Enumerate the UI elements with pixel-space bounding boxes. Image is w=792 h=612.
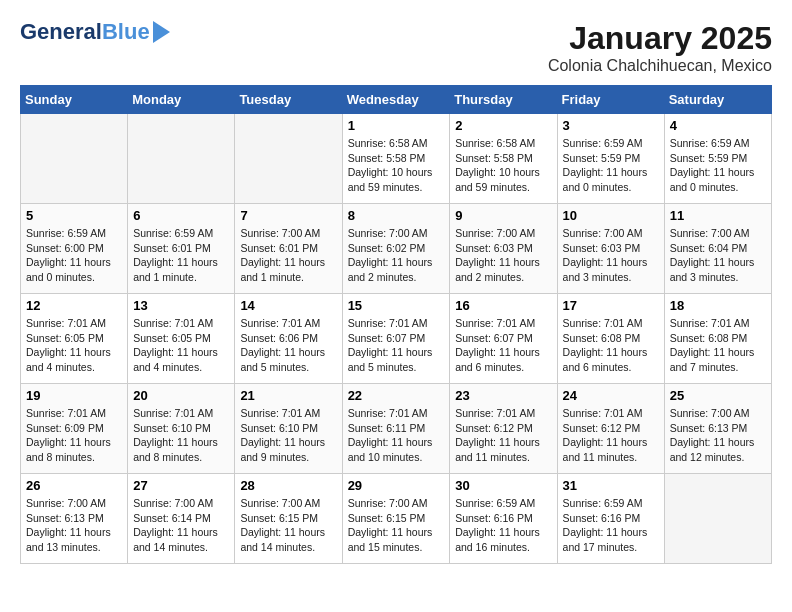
day-content: Sunrise: 7:01 AM Sunset: 6:06 PM Dayligh…: [240, 316, 336, 375]
day-content: Sunrise: 7:01 AM Sunset: 6:07 PM Dayligh…: [455, 316, 551, 375]
calendar-cell: 27Sunrise: 7:00 AM Sunset: 6:14 PM Dayli…: [128, 474, 235, 564]
day-number: 20: [133, 388, 229, 403]
calendar-cell: 5Sunrise: 6:59 AM Sunset: 6:00 PM Daylig…: [21, 204, 128, 294]
calendar-cell: 20Sunrise: 7:01 AM Sunset: 6:10 PM Dayli…: [128, 384, 235, 474]
calendar-cell: 3Sunrise: 6:59 AM Sunset: 5:59 PM Daylig…: [557, 114, 664, 204]
calendar-week-row: 1Sunrise: 6:58 AM Sunset: 5:58 PM Daylig…: [21, 114, 772, 204]
day-content: Sunrise: 6:58 AM Sunset: 5:58 PM Dayligh…: [348, 136, 445, 195]
calendar-cell: 15Sunrise: 7:01 AM Sunset: 6:07 PM Dayli…: [342, 294, 450, 384]
day-content: Sunrise: 7:00 AM Sunset: 6:13 PM Dayligh…: [670, 406, 766, 465]
day-number: 25: [670, 388, 766, 403]
day-number: 1: [348, 118, 445, 133]
calendar-cell: 29Sunrise: 7:00 AM Sunset: 6:15 PM Dayli…: [342, 474, 450, 564]
day-content: Sunrise: 7:00 AM Sunset: 6:04 PM Dayligh…: [670, 226, 766, 285]
logo: GeneralBlue: [20, 20, 170, 44]
logo-text: GeneralBlue: [20, 20, 150, 44]
day-content: Sunrise: 7:01 AM Sunset: 6:07 PM Dayligh…: [348, 316, 445, 375]
day-number: 14: [240, 298, 336, 313]
calendar-cell: 13Sunrise: 7:01 AM Sunset: 6:05 PM Dayli…: [128, 294, 235, 384]
day-content: Sunrise: 6:59 AM Sunset: 6:01 PM Dayligh…: [133, 226, 229, 285]
day-number: 29: [348, 478, 445, 493]
day-number: 16: [455, 298, 551, 313]
day-number: 5: [26, 208, 122, 223]
day-number: 27: [133, 478, 229, 493]
day-number: 2: [455, 118, 551, 133]
day-number: 19: [26, 388, 122, 403]
weekday-header: Tuesday: [235, 86, 342, 114]
day-number: 28: [240, 478, 336, 493]
calendar-cell: 30Sunrise: 6:59 AM Sunset: 6:16 PM Dayli…: [450, 474, 557, 564]
title-block: January 2025 Colonia Chalchihuecan, Mexi…: [548, 20, 772, 75]
day-number: 23: [455, 388, 551, 403]
day-number: 7: [240, 208, 336, 223]
logo-arrow-icon: [153, 21, 170, 43]
day-content: Sunrise: 6:58 AM Sunset: 5:58 PM Dayligh…: [455, 136, 551, 195]
day-content: Sunrise: 7:01 AM Sunset: 6:05 PM Dayligh…: [133, 316, 229, 375]
day-content: Sunrise: 7:00 AM Sunset: 6:14 PM Dayligh…: [133, 496, 229, 555]
day-content: Sunrise: 6:59 AM Sunset: 6:16 PM Dayligh…: [455, 496, 551, 555]
day-number: 31: [563, 478, 659, 493]
calendar-cell: 4Sunrise: 6:59 AM Sunset: 5:59 PM Daylig…: [664, 114, 771, 204]
day-content: Sunrise: 7:01 AM Sunset: 6:05 PM Dayligh…: [26, 316, 122, 375]
day-number: 15: [348, 298, 445, 313]
calendar-week-row: 12Sunrise: 7:01 AM Sunset: 6:05 PM Dayli…: [21, 294, 772, 384]
calendar-cell: 9Sunrise: 7:00 AM Sunset: 6:03 PM Daylig…: [450, 204, 557, 294]
location-subtitle: Colonia Chalchihuecan, Mexico: [548, 57, 772, 75]
day-content: Sunrise: 7:00 AM Sunset: 6:01 PM Dayligh…: [240, 226, 336, 285]
day-number: 21: [240, 388, 336, 403]
day-content: Sunrise: 7:00 AM Sunset: 6:03 PM Dayligh…: [563, 226, 659, 285]
day-number: 3: [563, 118, 659, 133]
day-number: 6: [133, 208, 229, 223]
calendar-week-row: 26Sunrise: 7:00 AM Sunset: 6:13 PM Dayli…: [21, 474, 772, 564]
day-number: 11: [670, 208, 766, 223]
calendar-week-row: 19Sunrise: 7:01 AM Sunset: 6:09 PM Dayli…: [21, 384, 772, 474]
day-content: Sunrise: 7:01 AM Sunset: 6:10 PM Dayligh…: [240, 406, 336, 465]
calendar-cell: 12Sunrise: 7:01 AM Sunset: 6:05 PM Dayli…: [21, 294, 128, 384]
day-number: 9: [455, 208, 551, 223]
weekday-header: Thursday: [450, 86, 557, 114]
day-content: Sunrise: 7:01 AM Sunset: 6:08 PM Dayligh…: [670, 316, 766, 375]
day-content: Sunrise: 7:00 AM Sunset: 6:03 PM Dayligh…: [455, 226, 551, 285]
calendar-cell: 18Sunrise: 7:01 AM Sunset: 6:08 PM Dayli…: [664, 294, 771, 384]
calendar-cell: 10Sunrise: 7:00 AM Sunset: 6:03 PM Dayli…: [557, 204, 664, 294]
weekday-header: Monday: [128, 86, 235, 114]
calendar-cell: 17Sunrise: 7:01 AM Sunset: 6:08 PM Dayli…: [557, 294, 664, 384]
day-number: 13: [133, 298, 229, 313]
day-number: 18: [670, 298, 766, 313]
day-content: Sunrise: 7:00 AM Sunset: 6:13 PM Dayligh…: [26, 496, 122, 555]
weekday-header: Wednesday: [342, 86, 450, 114]
day-content: Sunrise: 7:00 AM Sunset: 6:15 PM Dayligh…: [348, 496, 445, 555]
weekday-header: Saturday: [664, 86, 771, 114]
day-number: 30: [455, 478, 551, 493]
calendar-cell: 11Sunrise: 7:00 AM Sunset: 6:04 PM Dayli…: [664, 204, 771, 294]
day-number: 8: [348, 208, 445, 223]
weekday-header: Friday: [557, 86, 664, 114]
calendar-cell: 21Sunrise: 7:01 AM Sunset: 6:10 PM Dayli…: [235, 384, 342, 474]
calendar-cell: [235, 114, 342, 204]
page-header: GeneralBlue January 2025 Colonia Chalchi…: [20, 20, 772, 75]
calendar-cell: [21, 114, 128, 204]
day-number: 10: [563, 208, 659, 223]
calendar-cell: 8Sunrise: 7:00 AM Sunset: 6:02 PM Daylig…: [342, 204, 450, 294]
calendar-cell: 26Sunrise: 7:00 AM Sunset: 6:13 PM Dayli…: [21, 474, 128, 564]
day-number: 4: [670, 118, 766, 133]
calendar-cell: [664, 474, 771, 564]
day-content: Sunrise: 7:00 AM Sunset: 6:02 PM Dayligh…: [348, 226, 445, 285]
day-content: Sunrise: 6:59 AM Sunset: 6:00 PM Dayligh…: [26, 226, 122, 285]
day-content: Sunrise: 7:01 AM Sunset: 6:11 PM Dayligh…: [348, 406, 445, 465]
calendar-cell: 1Sunrise: 6:58 AM Sunset: 5:58 PM Daylig…: [342, 114, 450, 204]
calendar-cell: 23Sunrise: 7:01 AM Sunset: 6:12 PM Dayli…: [450, 384, 557, 474]
calendar-cell: 28Sunrise: 7:00 AM Sunset: 6:15 PM Dayli…: [235, 474, 342, 564]
calendar-cell: 14Sunrise: 7:01 AM Sunset: 6:06 PM Dayli…: [235, 294, 342, 384]
day-content: Sunrise: 7:01 AM Sunset: 6:12 PM Dayligh…: [455, 406, 551, 465]
day-number: 26: [26, 478, 122, 493]
day-content: Sunrise: 6:59 AM Sunset: 5:59 PM Dayligh…: [670, 136, 766, 195]
day-content: Sunrise: 7:01 AM Sunset: 6:10 PM Dayligh…: [133, 406, 229, 465]
calendar-cell: 24Sunrise: 7:01 AM Sunset: 6:12 PM Dayli…: [557, 384, 664, 474]
calendar-cell: 22Sunrise: 7:01 AM Sunset: 6:11 PM Dayli…: [342, 384, 450, 474]
day-content: Sunrise: 6:59 AM Sunset: 6:16 PM Dayligh…: [563, 496, 659, 555]
calendar-cell: 25Sunrise: 7:00 AM Sunset: 6:13 PM Dayli…: [664, 384, 771, 474]
calendar-cell: 6Sunrise: 6:59 AM Sunset: 6:01 PM Daylig…: [128, 204, 235, 294]
calendar-cell: 2Sunrise: 6:58 AM Sunset: 5:58 PM Daylig…: [450, 114, 557, 204]
calendar-cell: 16Sunrise: 7:01 AM Sunset: 6:07 PM Dayli…: [450, 294, 557, 384]
